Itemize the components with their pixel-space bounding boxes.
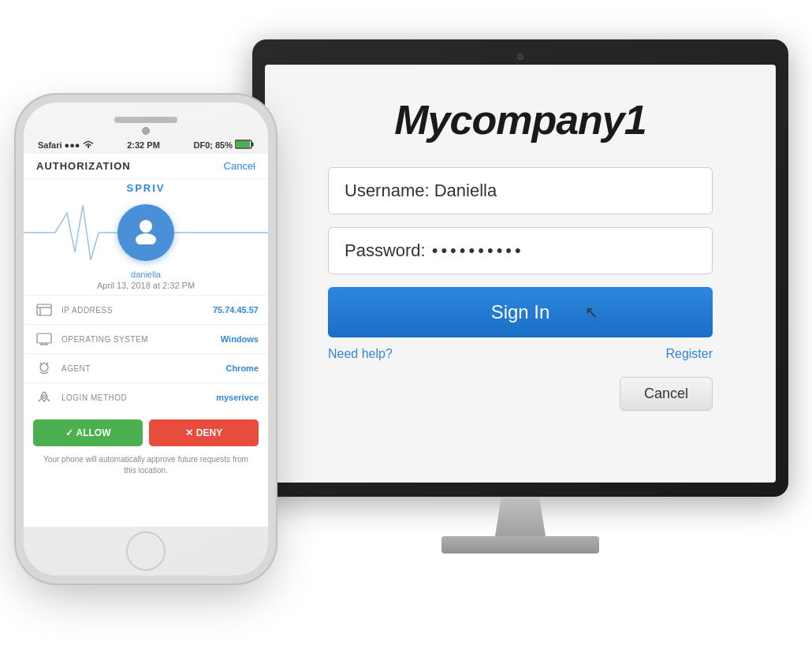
login-method-label: LOGIN METHOD [61, 393, 216, 402]
scene: Mycompany1 Username: Daniella Password: … [0, 0, 812, 656]
need-help-link[interactable]: Need help? [328, 347, 393, 361]
battery-icon [235, 140, 254, 151]
password-dots: •••••••••• [432, 240, 524, 261]
allow-button[interactable]: ✓ ALLOW [33, 419, 143, 446]
monitor-camera [517, 54, 523, 60]
agent-label: AGENT [61, 364, 225, 373]
phone-status-bar: Safari ●●● 2:32 PM DF0; 85% [24, 136, 268, 154]
username-value: Username: Daniella [345, 181, 497, 201]
allow-label: ALLOW [76, 427, 111, 438]
phone: Safari ●●● 2:32 PM DF0; 85% AUTHORIZATIO… [24, 102, 268, 576]
heartbeat-area [24, 197, 268, 268]
ip-value: 75.74.45.57 [213, 305, 259, 315]
phone-content: AUTHORIZATION Cancel SPRIV [24, 154, 268, 527]
safari-label: Safari [38, 140, 62, 150]
rocket-icon [33, 389, 55, 406]
wifi-icon [83, 140, 94, 151]
svg-point-4 [136, 233, 156, 244]
checkmark-icon: ✓ [65, 427, 73, 438]
register-link[interactable]: Register [665, 347, 713, 361]
phone-camera [142, 127, 150, 135]
os-label: OPERATING SYSTEM [61, 335, 221, 344]
svg-point-3 [140, 220, 152, 233]
x-icon: ✕ [185, 427, 193, 438]
status-left: Safari ●●● [38, 140, 94, 151]
agent-value: Chrome [225, 363, 259, 373]
monitor-screen-inner: Mycompany1 Username: Daniella Password: … [265, 65, 776, 483]
username-field[interactable]: Username: Daniella [328, 167, 713, 214]
svg-rect-8 [37, 334, 51, 343]
phone-header: AUTHORIZATION Cancel [24, 154, 268, 179]
phone-home-button[interactable] [126, 531, 166, 571]
monitor-screen: Mycompany1 Username: Daniella Password: … [265, 65, 776, 483]
signal-bars: ●●● [65, 140, 80, 150]
auto-approve-text: Your phone will automatically approve fu… [24, 451, 268, 483]
monitor-body: Mycompany1 Username: Daniella Password: … [252, 39, 788, 497]
network-icon [33, 301, 55, 319]
info-row-agent: AGENT Chrome [24, 353, 268, 382]
login-method-value: myserivce [216, 393, 259, 402]
status-time: 2:32 PM [127, 140, 160, 150]
cancel-link[interactable]: Cancel [224, 160, 255, 172]
deny-button[interactable]: ✕ DENY [149, 419, 259, 446]
avatar-user-icon [132, 216, 160, 250]
svg-rect-2 [236, 141, 250, 147]
svg-line-15 [47, 363, 48, 364]
svg-rect-1 [251, 143, 254, 147]
os-value: Windows [221, 334, 259, 344]
svg-point-16 [43, 395, 46, 398]
login-links: Need help? Register [328, 347, 713, 361]
monitor-bezel-top [265, 52, 776, 62]
monitor-icon [33, 330, 55, 348]
monitor: Mycompany1 Username: Daniella Password: … [252, 39, 788, 576]
info-row-login: LOGIN METHOD myserivce [24, 382, 268, 412]
bluetooth-icon: DF0; [194, 140, 213, 150]
deny-label: DENY [196, 427, 222, 438]
info-row-ip: IP ADDRESS 75.74.45.57 [24, 295, 268, 324]
cursor-icon: ↖ [585, 303, 598, 322]
authorization-title: AUTHORIZATION [36, 160, 131, 172]
avatar-circle [117, 204, 174, 261]
monitor-stand [441, 536, 599, 554]
ip-label: IP ADDRESS [61, 306, 213, 315]
company-title: Mycompany1 [394, 96, 646, 144]
svg-line-14 [40, 363, 42, 364]
timestamp: April 13, 2018 at 2:32 PM [24, 279, 268, 295]
phone-speaker [114, 117, 177, 123]
status-right: DF0; 85% [194, 140, 254, 151]
signin-button[interactable]: Sign In ↖ [328, 287, 713, 337]
cancel-button[interactable]: Cancel [620, 377, 713, 411]
avatar-name: daniella [24, 270, 268, 279]
svg-point-12 [40, 363, 48, 371]
agent-icon [33, 360, 55, 377]
svg-rect-5 [37, 304, 51, 315]
spriv-label: SPRIV [24, 179, 268, 197]
battery-text: 85% [215, 140, 233, 150]
info-row-os: OPERATING SYSTEM Windows [24, 324, 268, 353]
monitor-neck [489, 497, 552, 536]
password-field[interactable]: Password: •••••••••• [328, 227, 713, 274]
action-buttons: ✓ ALLOW ✕ DENY [24, 412, 268, 451]
password-label: Password: [345, 240, 426, 261]
